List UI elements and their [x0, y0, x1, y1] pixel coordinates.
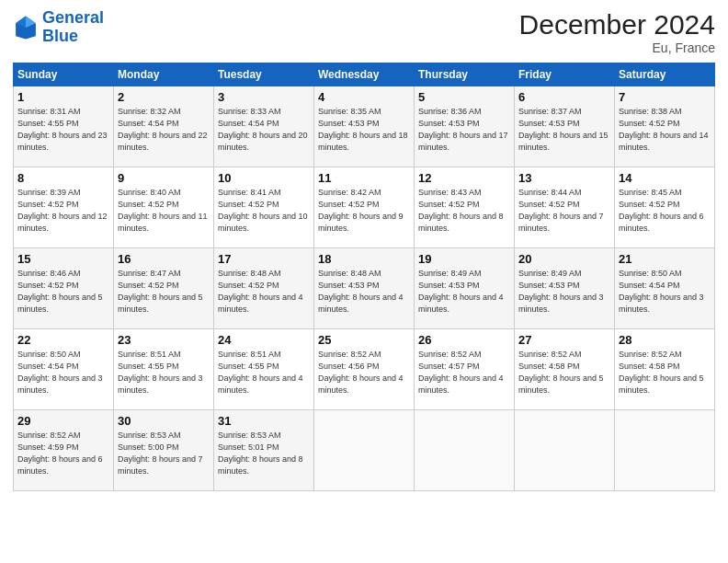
day-cell-26: 26Sunrise: 8:52 AMSunset: 4:57 PMDayligh…	[415, 329, 515, 410]
week-row-1: 1Sunrise: 8:31 AMSunset: 4:55 PMDaylight…	[14, 86, 715, 167]
day-number: 1	[17, 90, 109, 104]
day-info: Sunrise: 8:31 AMSunset: 4:55 PMDaylight:…	[17, 106, 109, 154]
day-number: 29	[17, 414, 109, 428]
title-block: December 2024 Eu, France	[519, 9, 715, 55]
empty-cell	[415, 410, 515, 491]
day-cell-19: 19Sunrise: 8:49 AMSunset: 4:53 PMDayligh…	[415, 248, 515, 329]
day-number: 26	[418, 333, 510, 347]
day-number: 27	[518, 333, 610, 347]
day-cell-27: 27Sunrise: 8:52 AMSunset: 4:58 PMDayligh…	[515, 329, 615, 410]
day-cell-14: 14Sunrise: 8:45 AMSunset: 4:52 PMDayligh…	[615, 167, 715, 248]
day-info: Sunrise: 8:37 AMSunset: 4:53 PMDaylight:…	[518, 106, 610, 154]
day-info: Sunrise: 8:35 AMSunset: 4:53 PMDaylight:…	[318, 106, 410, 154]
day-cell-28: 28Sunrise: 8:52 AMSunset: 4:58 PMDayligh…	[615, 329, 715, 410]
week-row-4: 22Sunrise: 8:50 AMSunset: 4:54 PMDayligh…	[14, 329, 715, 410]
day-cell-11: 11Sunrise: 8:42 AMSunset: 4:52 PMDayligh…	[314, 167, 415, 248]
day-number: 20	[518, 252, 610, 266]
day-cell-1: 1Sunrise: 8:31 AMSunset: 4:55 PMDaylight…	[14, 86, 114, 167]
day-number: 10	[218, 171, 310, 185]
day-info: Sunrise: 8:48 AMSunset: 4:52 PMDaylight:…	[218, 268, 310, 316]
day-info: Sunrise: 8:46 AMSunset: 4:52 PMDaylight:…	[17, 268, 109, 316]
day-info: Sunrise: 8:47 AMSunset: 4:52 PMDaylight:…	[118, 268, 210, 316]
day-number: 18	[318, 252, 410, 266]
day-number: 4	[318, 90, 410, 104]
day-info: Sunrise: 8:45 AMSunset: 4:52 PMDaylight:…	[619, 187, 711, 235]
day-number: 23	[118, 333, 210, 347]
day-info: Sunrise: 8:36 AMSunset: 4:53 PMDaylight:…	[418, 106, 510, 154]
day-cell-7: 7Sunrise: 8:38 AMSunset: 4:52 PMDaylight…	[615, 86, 715, 167]
day-cell-25: 25Sunrise: 8:52 AMSunset: 4:56 PMDayligh…	[314, 329, 415, 410]
day-info: Sunrise: 8:52 AMSunset: 4:59 PMDaylight:…	[17, 430, 109, 477]
logo-icon	[13, 15, 39, 40]
day-cell-22: 22Sunrise: 8:50 AMSunset: 4:54 PMDayligh…	[14, 329, 114, 410]
day-cell-6: 6Sunrise: 8:37 AMSunset: 4:53 PMDaylight…	[515, 86, 615, 167]
day-number: 31	[218, 414, 310, 428]
day-number: 12	[418, 171, 510, 185]
page: General Blue December 2024 Eu, France Su…	[0, 0, 728, 563]
day-number: 28	[619, 333, 711, 347]
day-info: Sunrise: 8:40 AMSunset: 4:52 PMDaylight:…	[118, 187, 210, 235]
day-number: 17	[218, 252, 310, 266]
week-row-3: 15Sunrise: 8:46 AMSunset: 4:52 PMDayligh…	[14, 248, 715, 329]
day-cell-4: 4Sunrise: 8:35 AMSunset: 4:53 PMDaylight…	[314, 86, 415, 167]
empty-cell	[314, 410, 415, 491]
day-cell-5: 5Sunrise: 8:36 AMSunset: 4:53 PMDaylight…	[415, 86, 515, 167]
day-number: 7	[619, 90, 711, 104]
weekday-header-wednesday: Wednesday	[314, 63, 415, 86]
logo: General Blue	[13, 9, 104, 46]
day-number: 6	[518, 90, 610, 104]
day-cell-23: 23Sunrise: 8:51 AMSunset: 4:55 PMDayligh…	[114, 329, 214, 410]
day-info: Sunrise: 8:48 AMSunset: 4:53 PMDaylight:…	[318, 268, 410, 316]
day-number: 30	[118, 414, 210, 428]
day-number: 3	[218, 90, 310, 104]
day-cell-2: 2Sunrise: 8:32 AMSunset: 4:54 PMDaylight…	[114, 86, 214, 167]
day-info: Sunrise: 8:42 AMSunset: 4:52 PMDaylight:…	[318, 187, 410, 235]
day-info: Sunrise: 8:33 AMSunset: 4:54 PMDaylight:…	[218, 106, 310, 154]
weekday-header-thursday: Thursday	[415, 63, 515, 86]
day-number: 11	[318, 171, 410, 185]
calendar: SundayMondayTuesdayWednesdayThursdayFrid…	[13, 63, 715, 491]
weekday-header-monday: Monday	[114, 63, 214, 86]
day-cell-18: 18Sunrise: 8:48 AMSunset: 4:53 PMDayligh…	[314, 248, 415, 329]
header: General Blue December 2024 Eu, France	[13, 9, 715, 55]
day-info: Sunrise: 8:51 AMSunset: 4:55 PMDaylight:…	[218, 349, 310, 396]
day-number: 13	[518, 171, 610, 185]
weekday-header-sunday: Sunday	[14, 63, 114, 86]
day-cell-17: 17Sunrise: 8:48 AMSunset: 4:52 PMDayligh…	[214, 248, 314, 329]
weekday-header-friday: Friday	[515, 63, 615, 86]
logo-line1: General	[42, 8, 104, 27]
day-cell-30: 30Sunrise: 8:53 AMSunset: 5:00 PMDayligh…	[114, 410, 214, 491]
day-number: 16	[118, 252, 210, 266]
day-cell-15: 15Sunrise: 8:46 AMSunset: 4:52 PMDayligh…	[14, 248, 114, 329]
day-number: 25	[318, 333, 410, 347]
day-info: Sunrise: 8:39 AMSunset: 4:52 PMDaylight:…	[17, 187, 109, 235]
day-info: Sunrise: 8:52 AMSunset: 4:56 PMDaylight:…	[318, 349, 410, 396]
day-cell-20: 20Sunrise: 8:49 AMSunset: 4:53 PMDayligh…	[515, 248, 615, 329]
day-info: Sunrise: 8:52 AMSunset: 4:58 PMDaylight:…	[619, 349, 711, 396]
weekday-header-tuesday: Tuesday	[214, 63, 314, 86]
day-number: 22	[17, 333, 109, 347]
day-cell-24: 24Sunrise: 8:51 AMSunset: 4:55 PMDayligh…	[214, 329, 314, 410]
day-cell-16: 16Sunrise: 8:47 AMSunset: 4:52 PMDayligh…	[114, 248, 214, 329]
day-info: Sunrise: 8:32 AMSunset: 4:54 PMDaylight:…	[118, 106, 210, 154]
day-info: Sunrise: 8:38 AMSunset: 4:52 PMDaylight:…	[619, 106, 711, 154]
logo-text: General Blue	[42, 9, 104, 46]
empty-cell	[615, 410, 715, 491]
empty-cell	[515, 410, 615, 491]
day-info: Sunrise: 8:52 AMSunset: 4:58 PMDaylight:…	[518, 349, 610, 396]
day-info: Sunrise: 8:53 AMSunset: 5:00 PMDaylight:…	[118, 430, 210, 477]
day-info: Sunrise: 8:51 AMSunset: 4:55 PMDaylight:…	[118, 349, 210, 396]
day-info: Sunrise: 8:53 AMSunset: 5:01 PMDaylight:…	[218, 430, 310, 477]
day-info: Sunrise: 8:49 AMSunset: 4:53 PMDaylight:…	[518, 268, 610, 316]
calendar-body: 1Sunrise: 8:31 AMSunset: 4:55 PMDaylight…	[14, 86, 715, 491]
day-number: 15	[17, 252, 109, 266]
day-cell-9: 9Sunrise: 8:40 AMSunset: 4:52 PMDaylight…	[114, 167, 214, 248]
day-info: Sunrise: 8:52 AMSunset: 4:57 PMDaylight:…	[418, 349, 510, 396]
day-cell-21: 21Sunrise: 8:50 AMSunset: 4:54 PMDayligh…	[615, 248, 715, 329]
day-info: Sunrise: 8:50 AMSunset: 4:54 PMDaylight:…	[619, 268, 711, 316]
day-number: 5	[418, 90, 510, 104]
day-cell-31: 31Sunrise: 8:53 AMSunset: 5:01 PMDayligh…	[214, 410, 314, 491]
day-cell-3: 3Sunrise: 8:33 AMSunset: 4:54 PMDaylight…	[214, 86, 314, 167]
day-cell-8: 8Sunrise: 8:39 AMSunset: 4:52 PMDaylight…	[14, 167, 114, 248]
day-number: 9	[118, 171, 210, 185]
